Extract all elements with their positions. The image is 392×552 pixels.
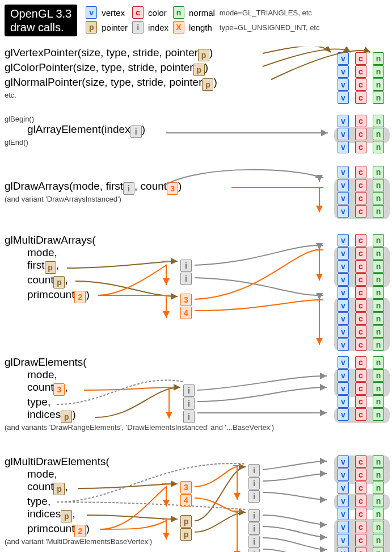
param-count: count3, — [27, 381, 274, 396]
vertex-icon: v — [338, 115, 349, 127]
length-icon: 3 — [53, 383, 65, 396]
pointer-icon: p — [180, 515, 192, 528]
first-array: ii — [180, 260, 192, 286]
length-icon: 4 — [180, 494, 192, 507]
color-icon: c — [355, 338, 366, 351]
color-icon: c — [355, 141, 366, 153]
vertex-icon: v — [338, 128, 349, 140]
vertex-icon: v — [338, 382, 349, 395]
param-count: countp, — [27, 480, 152, 495]
color-icon: c — [355, 247, 366, 260]
header: OpenGL 3.3draw calls. vvertex ccolor nno… — [5, 5, 387, 36]
normal-icon: n — [373, 286, 384, 299]
param-count: countp, — [27, 274, 95, 288]
vertex-icon: v — [338, 395, 349, 408]
vertex-icon: v — [338, 312, 349, 325]
legend-vertex: vertex — [101, 6, 128, 19]
normal-icon: n — [373, 128, 384, 140]
color-icon: c — [355, 395, 366, 408]
param-mode: mode, — [27, 369, 274, 381]
normal-icon: n — [373, 52, 384, 65]
attr-arrays: vvv ccc nnn — [338, 115, 387, 154]
page-title: OpenGL 3.3draw calls. — [5, 5, 77, 36]
param-indices: indicesp) — [27, 408, 274, 423]
normal-icon: n — [373, 78, 384, 91]
normal-icon: n — [373, 338, 384, 351]
color-icon: c — [355, 179, 366, 191]
call-colorpointer: glColorPointer(size, type, stride, point… — [5, 61, 217, 76]
pointer-icon: p — [45, 261, 56, 274]
legend-mode: mode=GL_TRIANGLES, etc — [219, 6, 321, 19]
glbegin: glBegin() — [5, 115, 145, 123]
vertex-icon: v — [338, 91, 349, 104]
color-icon: c — [355, 78, 366, 91]
param-first: firstp, — [27, 259, 95, 274]
pointer-icon: p — [193, 64, 205, 76]
legend-type: type=GL_UNSIGNED_INT, etc — [219, 20, 321, 34]
vertex-icon: v — [338, 455, 349, 468]
normal-icon: n — [373, 65, 384, 78]
index-icon: i — [248, 464, 260, 476]
pointer-icon: p — [61, 510, 72, 522]
drawarrays-note: (and variant 'DrawArraysInstanced') — [5, 195, 182, 203]
color-icon: c — [355, 408, 366, 421]
normal-icon: n — [373, 547, 384, 552]
normal-icon: n — [373, 234, 384, 246]
param-mode: mode, — [27, 468, 152, 480]
normal-icon: n — [373, 247, 384, 260]
normal-icon: n — [373, 508, 384, 520]
pointer-icon: p — [202, 78, 213, 91]
normal-icon: n — [373, 299, 384, 312]
pointer-icon: p — [53, 483, 65, 495]
color-icon: c — [355, 508, 366, 520]
index-array: iii — [183, 384, 195, 424]
legend-normal: normal — [188, 6, 216, 19]
normal-icon: n — [373, 408, 384, 421]
color-icon: c — [355, 65, 366, 78]
index-icon: i — [248, 549, 260, 552]
index-icon: i — [132, 21, 144, 34]
color-icon: c — [355, 128, 366, 140]
vertex-icon: v — [338, 408, 349, 421]
color-icon: c — [355, 547, 366, 552]
vertex-icon: v — [338, 247, 349, 260]
vertex-icon: v — [338, 234, 349, 246]
color-icon: c — [355, 312, 366, 325]
color-icon: c — [355, 273, 366, 286]
index-icon: i — [183, 411, 195, 423]
normal-icon: n — [373, 115, 384, 127]
normal-icon: n — [373, 260, 384, 273]
index-array-1: iii — [248, 464, 260, 503]
color-icon: c — [355, 534, 366, 546]
length-icon: 3 — [180, 481, 192, 494]
pointer-icon: p — [198, 49, 209, 61]
vertex-icon: v — [338, 166, 349, 178]
index-icon: i — [183, 398, 195, 410]
vertex-icon: v — [338, 260, 349, 273]
param-type: type, — [27, 396, 274, 408]
color-icon: c — [355, 521, 366, 533]
legend: vvertex ccolor nnormal mode=GL_TRIANGLES… — [82, 5, 323, 35]
normal-icon: n — [373, 521, 384, 533]
section-drawelements: glDrawElements( mode, count3, type, indi… — [5, 356, 387, 444]
pointer-icon: p — [61, 411, 72, 423]
index-icon: i — [123, 182, 134, 195]
indices-ptr-array: pp — [180, 515, 192, 541]
vertex-icon: v — [338, 78, 349, 91]
drawelements-note: (and variants 'DrawRangeElements', 'Draw… — [5, 423, 274, 432]
length-icon: 4 — [180, 307, 192, 319]
color-icon: c — [355, 205, 366, 218]
attr-arrays: vvvv cccc nnnn — [338, 166, 387, 218]
section-multidrawarrays: glMultiDrawArrays( mode, firstp, countp,… — [5, 234, 387, 342]
normal-icon: n — [373, 455, 384, 468]
call-multidrawelements: glMultiDrawElements( — [5, 455, 152, 468]
normal-icon: n — [373, 395, 384, 408]
color-icon: c — [355, 455, 366, 468]
legend-length: length — [188, 20, 216, 34]
call-drawelements: glDrawElements( — [5, 356, 274, 369]
normal-icon: n — [373, 495, 384, 507]
call-normalpointer: glNormalPointer(size, type, stride, poin… — [5, 76, 217, 91]
attr-arrays: vvvvv ccccc nnnnn — [338, 356, 387, 421]
attr-arrays: vvvv cccc nnnn — [338, 52, 387, 104]
length-icon: 3 — [180, 294, 192, 306]
